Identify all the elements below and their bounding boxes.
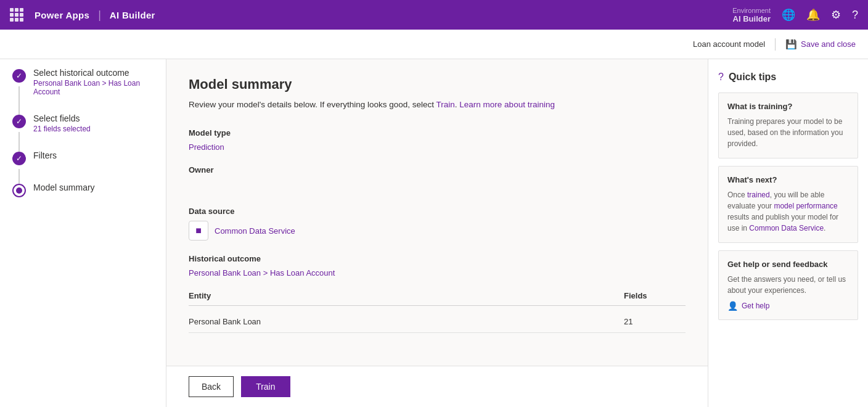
active-dot [16,187,22,194]
tip-card-help: Get help or send feedback Get the answer… [718,250,858,320]
trained-link: trained [747,191,770,199]
tip-3-title: Get help or send feedback [727,260,849,269]
table-row: Personal Bank Loan 21 [189,311,686,333]
sidebar: ✓ Select historical outcome Personal Ban… [0,59,166,407]
sidebar-item-filters[interactable]: ✓ Filters [0,142,166,174]
step-3-content: Filters [33,150,154,160]
tip-3-body: Get the answers you need, or tell us abo… [727,274,849,296]
top-navigation: Power Apps | AI Builder Environment AI B… [0,0,868,30]
step-1-circle: ✓ [12,69,26,83]
step-4-content: Model summary [33,183,154,192]
environment-info: Environment AI Builder [732,7,771,23]
main-wrapper: Model summary Review your model's detail… [166,59,708,407]
step-4-circle [12,184,26,197]
save-close-label: Save and close [801,39,856,49]
owner-label: Owner [189,165,686,175]
row-entity: Personal Bank Loan [189,317,624,326]
train-button[interactable]: Train [241,376,290,397]
data-source-label: Data source [189,207,686,216]
step-3-title: Filters [33,150,154,160]
get-help-row: 👤 Get help [727,301,849,311]
table-header: Entity Fields [189,291,686,306]
bottom-bar: Back Train [166,366,708,407]
col-entity-header: Entity [189,291,624,300]
train-link[interactable]: Train [436,100,455,109]
quick-tips-header: ? Quick tips [718,72,858,83]
checkmark-icon-2: ✓ [16,117,22,126]
quick-tips-panel: ? Quick tips What is training? Training … [708,59,868,407]
tip-card-whats-next: What's next? Once trained, you will be a… [718,166,858,243]
tip-2-title: What's next? [727,175,849,184]
model-type-value: Prediction [189,142,686,152]
header-bar: Loan account model 💾 Save and close [0,30,868,59]
entity-table: Entity Fields Personal Bank Loan 21 [189,291,686,333]
step-1-content: Select historical outcome Personal Bank … [33,68,154,96]
cds-icon: ■ [189,221,208,240]
bell-icon[interactable]: 🔔 [806,8,820,22]
step-1-title: Select historical outcome [33,68,154,78]
step-2-subtitle: 21 fields selected [33,125,154,133]
sidebar-item-select-fields[interactable]: ✓ Select fields 21 fields selected [0,105,166,142]
waffle-icon[interactable] [10,8,23,22]
main-content: Model summary Review your model's detail… [166,59,708,366]
save-icon: 💾 [785,39,797,50]
step-4-title: Model summary [33,183,154,192]
cds-link: Common Data Service [749,224,824,232]
row-fields: 21 [624,317,686,326]
page-title: Model summary [189,76,686,92]
checkmark-icon: ✓ [16,72,22,80]
sidebar-item-model-summary[interactable]: Model summary [0,174,166,206]
sidebar-item-historical-outcome[interactable]: ✓ Select historical outcome Personal Ban… [0,59,166,105]
tip-2-body: Once trained, you will be able evaluate … [727,189,849,234]
header-divider [775,38,776,51]
help-person-icon: 👤 [727,301,738,311]
description-prefix: Review your model's details below. If ev… [189,100,436,109]
save-close-button[interactable]: 💾 Save and close [785,39,856,50]
historical-outcome-value: Personal Bank Loan > Has Loan Account [189,268,686,278]
data-source-value: Common Data Service [215,226,295,236]
back-button[interactable]: Back [189,376,234,397]
step-2-title: Select fields [33,113,154,123]
tip-1-title: What is training? [727,102,849,111]
question-icon: ? [718,72,724,83]
model-perf-link: model performance [774,202,837,210]
step-2-circle: ✓ [12,115,26,128]
tip-card-training: What is training? Training prepares your… [718,92,858,158]
model-type-label: Model type [189,128,686,138]
model-name: Loan account model [693,39,765,49]
environment-label: Environment [732,7,771,14]
quick-tips-title: Quick tips [729,72,776,83]
environment-name: AI Builder [733,14,771,23]
col-fields-header: Fields [624,291,686,300]
product-title: AI Builder [110,10,155,20]
page-description: Review your model's details below. If ev… [189,99,686,111]
historical-outcome-label: Historical outcome [189,254,686,263]
help-icon[interactable]: ? [852,9,858,22]
learn-more-link[interactable]: Learn more about training [459,100,555,109]
nav-separator: | [98,9,101,22]
step-2-content: Select fields 21 fields selected [33,113,154,133]
data-source-row: ■ Common Data Service [189,221,686,240]
step-3-circle: ✓ [12,152,26,165]
step-1-subtitle: Personal Bank Loan > Has Loan Account [33,79,154,96]
tip-1-body: Training prepares your model to be used,… [727,116,849,149]
checkmark-icon-3: ✓ [16,154,22,163]
app-title: Power Apps [35,10,89,20]
settings-icon[interactable]: ⚙ [831,8,841,22]
get-help-link[interactable]: Get help [742,302,769,310]
globe-icon[interactable]: 🌐 [782,8,795,22]
